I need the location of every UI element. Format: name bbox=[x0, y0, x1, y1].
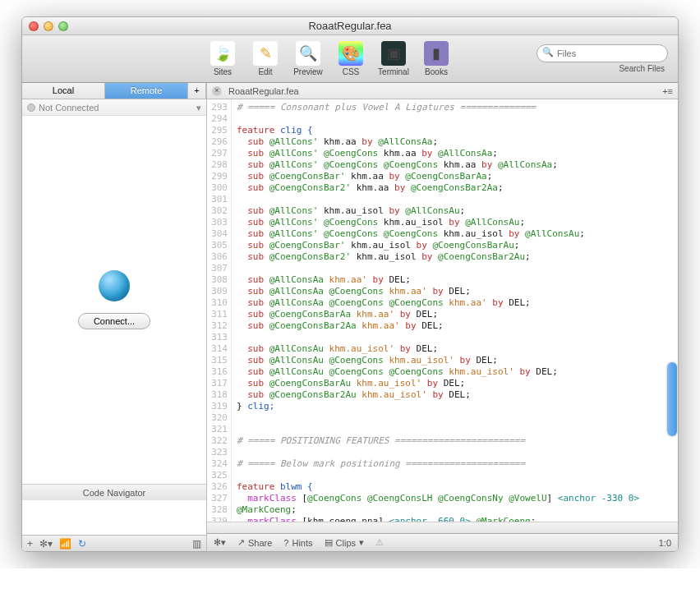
search-container: 🔍 Search Files bbox=[537, 44, 668, 73]
tab-remote[interactable]: Remote bbox=[105, 83, 188, 99]
connection-status[interactable]: Not Connected ▾ bbox=[22, 99, 206, 116]
code-navigator-header[interactable]: Code Navigator bbox=[22, 484, 206, 500]
line-gutter: 293 294 295 296 297 298 299 300 301 302 … bbox=[207, 99, 232, 522]
horizontal-scrollbar[interactable] bbox=[207, 522, 678, 533]
columns-icon[interactable]: ▥ bbox=[192, 538, 201, 550]
document-tabbar: × RoaatRegular.fea +≡ bbox=[207, 83, 678, 99]
preview-icon: 🔍 bbox=[296, 41, 320, 66]
status-dot-icon bbox=[27, 103, 35, 112]
tool-edit[interactable]: ✎Edit bbox=[246, 41, 285, 76]
tab-add[interactable]: + bbox=[188, 83, 206, 99]
wifi-icon[interactable]: 📶 bbox=[59, 538, 71, 550]
search-label: Search Files bbox=[537, 64, 665, 73]
document-tab[interactable]: RoaatRegular.fea bbox=[228, 86, 299, 96]
tool-sites[interactable]: 🍃Sites bbox=[203, 41, 242, 76]
sidebar-bottom-tools: + ✻▾ 📶 ↻ ▥ bbox=[22, 535, 206, 551]
sidebar-tabs: Local Remote + bbox=[22, 83, 206, 99]
scrollbar-thumb[interactable] bbox=[667, 362, 677, 436]
gear-icon[interactable]: ✻▾ bbox=[39, 538, 53, 550]
globe-icon bbox=[99, 270, 130, 301]
terminal-icon: ▣ bbox=[381, 41, 406, 66]
hints-button[interactable]: ? Hints bbox=[283, 538, 312, 548]
chevron-down-icon: ▾ bbox=[196, 99, 201, 116]
code-editor[interactable]: 293 294 295 296 297 298 299 300 301 302 … bbox=[207, 99, 678, 522]
status-text: Not Connected bbox=[39, 99, 99, 116]
tool-preview[interactable]: 🔍Preview bbox=[288, 41, 328, 76]
sidebar: Local Remote + Not Connected ▾ Connect..… bbox=[22, 83, 207, 551]
editor-pane: × RoaatRegular.fea +≡ 293 294 295 296 29… bbox=[207, 83, 678, 551]
share-button[interactable]: ↗ Share bbox=[237, 537, 272, 548]
clips-button[interactable]: ▤ Clips ▾ bbox=[325, 537, 364, 548]
books-icon: ▮ bbox=[424, 41, 449, 66]
refresh-icon[interactable]: ↻ bbox=[78, 538, 86, 550]
tool-books[interactable]: ▮Books bbox=[417, 41, 456, 76]
tab-local[interactable]: Local bbox=[22, 83, 105, 99]
toolbar: 🍃Sites✎Edit🔍Preview🎨CSS▣Terminal▮Books 🔍… bbox=[22, 35, 678, 83]
warning-icon[interactable]: ⚠ bbox=[375, 537, 384, 548]
edit-icon: ✎ bbox=[253, 41, 278, 66]
css-icon: 🎨 bbox=[338, 41, 363, 66]
split-icon[interactable]: +≡ bbox=[662, 86, 673, 96]
titlebar[interactable]: RoaatRegular.fea bbox=[22, 17, 678, 35]
plus-icon[interactable]: + bbox=[27, 538, 33, 550]
tool-terminal[interactable]: ▣Terminal bbox=[374, 41, 413, 76]
close-tab-icon[interactable]: × bbox=[212, 86, 222, 96]
app-window: RoaatRegular.fea 🍃Sites✎Edit🔍Preview🎨CSS… bbox=[21, 16, 679, 552]
window-title: RoaatRegular.fea bbox=[22, 20, 678, 32]
code-content[interactable]: # ===== Consonant plus Vowel A Ligatures… bbox=[232, 99, 678, 522]
search-input[interactable] bbox=[537, 44, 668, 62]
search-icon: 🔍 bbox=[542, 47, 554, 57]
sites-icon: 🍃 bbox=[210, 41, 235, 66]
editor-footer: ✻▾ ↗ Share ? Hints ▤ Clips ▾ ⚠ 1:0 bbox=[207, 533, 678, 551]
cursor-position: 1:0 bbox=[659, 538, 671, 548]
tool-css[interactable]: 🎨CSS bbox=[331, 41, 371, 76]
connect-button[interactable]: Connect... bbox=[78, 313, 150, 329]
gear-menu[interactable]: ✻▾ bbox=[214, 537, 226, 548]
